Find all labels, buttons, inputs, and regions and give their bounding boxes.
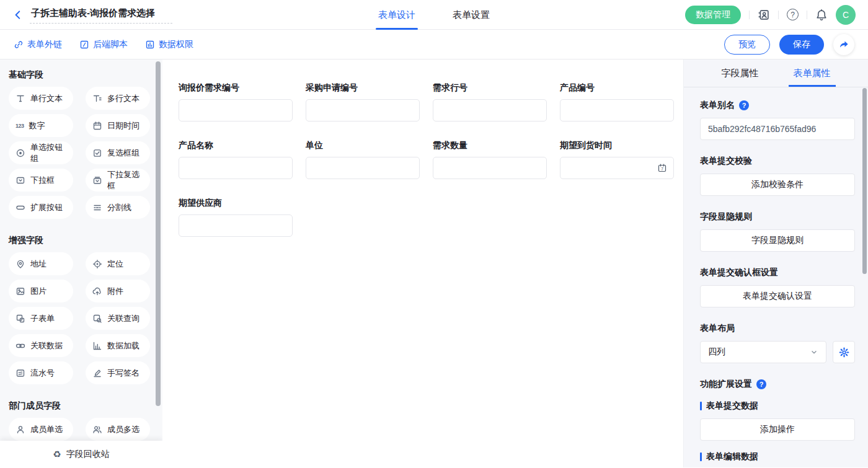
design-tabs: 表单设计 表单设置: [378, 0, 490, 30]
field-type-serial-number[interactable]: 流水号: [9, 361, 73, 384]
field-palette-sidebar: 基础字段 单行文本 多行文本 123 数字 日期时间: [0, 60, 162, 467]
field-type-datetime[interactable]: 日期时间: [86, 114, 150, 137]
help-badge-icon[interactable]: ?: [756, 379, 766, 389]
field-input[interactable]: [306, 99, 420, 121]
tab-field-properties[interactable]: 字段属性: [722, 60, 759, 87]
signature-icon: [92, 368, 102, 378]
field-type-signature[interactable]: 手写签名: [86, 361, 150, 384]
field-type-data-load[interactable]: 数据加载: [86, 334, 150, 357]
divider: [778, 11, 779, 19]
confirm-box-button[interactable]: 表单提交确认设置: [700, 285, 855, 307]
share-button[interactable]: [833, 34, 854, 55]
locate-icon: [92, 259, 102, 269]
notification-bell-icon[interactable]: [815, 9, 828, 21]
field-type-member-single[interactable]: 成员单选: [9, 418, 73, 441]
data-permission-link[interactable]: 数据权限: [145, 39, 193, 50]
field-type-select[interactable]: 下拉框: [9, 169, 73, 192]
address-icon: [16, 259, 25, 269]
top-bar: 子拆主辅助表-询报价需求选择 表单设计 表单设置 数据管理 ? C: [0, 0, 868, 30]
number-icon: 123: [16, 123, 24, 129]
field-type-locate[interactable]: 定位: [86, 252, 150, 275]
field-type-related-data[interactable]: 关联数据: [9, 334, 73, 357]
form-external-link[interactable]: 表单外链: [14, 39, 62, 50]
submit-validation-label: 表单提交校验: [700, 156, 855, 167]
tab-form-properties[interactable]: 表单属性: [794, 60, 831, 87]
field-recycle-bin[interactable]: ♻ 字段回收站: [0, 441, 162, 467]
form-title[interactable]: 子拆主辅助表-询报价需求选择: [30, 6, 172, 24]
field-input[interactable]: [179, 214, 293, 237]
tab-form-design[interactable]: 表单设计: [378, 0, 415, 30]
field-type-address[interactable]: 地址: [9, 252, 73, 275]
select-icon: [16, 175, 25, 185]
tab-form-settings[interactable]: 表单设置: [453, 0, 490, 30]
user-avatar[interactable]: C: [836, 5, 856, 25]
preview-button[interactable]: 预览: [724, 35, 770, 55]
panel-scrollbar[interactable]: [862, 88, 867, 274]
recycle-icon: ♻: [53, 449, 61, 460]
link-icon: [14, 40, 24, 50]
canvas-field-product-no[interactable]: 产品编号: [560, 82, 674, 121]
field-type-single-line-text[interactable]: 单行文本: [9, 87, 73, 110]
layout-select[interactable]: 四列: [700, 341, 826, 363]
field-type-checkbox-group[interactable]: 复选框组: [86, 141, 150, 164]
field-type-subform[interactable]: 子表单: [9, 307, 73, 330]
canvas-field-purchase-request-no[interactable]: 采购申请编号: [306, 82, 420, 121]
multi-select-icon: [92, 175, 102, 185]
add-validation-button[interactable]: 添加校验条件: [700, 174, 855, 196]
field-type-multi-line-text[interactable]: 多行文本: [86, 87, 150, 110]
edit-data-label: 表单编辑数据: [700, 451, 855, 462]
properties-panel: 字段属性 表单属性 表单别名 ? 表单提交校验 添加校验条件 字段显隐规则 字段…: [683, 60, 868, 467]
form-alias-input[interactable]: [700, 118, 855, 140]
svg-text:7: 7: [661, 167, 663, 171]
field-type-divider[interactable]: 分割线: [86, 196, 150, 219]
help-badge-icon[interactable]: ?: [739, 100, 749, 110]
field-input[interactable]: [433, 157, 547, 179]
canvas-field-expected-supplier[interactable]: 期望供应商: [179, 198, 293, 237]
back-button[interactable]: [12, 9, 24, 20]
section-title-member-fields: 部门成员字段: [9, 400, 150, 412]
visibility-rules-button[interactable]: 字段显隐规则: [700, 229, 855, 252]
field-input[interactable]: [179, 99, 293, 121]
canvas-field-unit[interactable]: 单位: [306, 140, 420, 179]
field-type-extend-button[interactable]: 扩展按钮: [9, 196, 73, 219]
data-manage-button[interactable]: 数据管理: [685, 6, 741, 24]
confirm-box-label: 表单提交确认框设置: [700, 267, 855, 278]
accent-bar: [700, 402, 702, 410]
datetime-icon: [92, 121, 102, 131]
data-permission-icon: [145, 40, 155, 50]
layout-settings-button[interactable]: [833, 341, 855, 363]
form-toolbar: 表单外链 后端脚本 数据权限 预览 保存: [0, 30, 868, 60]
field-type-related-query[interactable]: 关联查询: [86, 307, 150, 330]
field-input-date[interactable]: 7: [560, 157, 674, 179]
canvas-field-demand-qty[interactable]: 需求数量: [433, 140, 547, 179]
divider-icon: [92, 203, 102, 213]
field-input[interactable]: [179, 157, 293, 179]
submit-data-add-button[interactable]: 添加操作: [700, 418, 855, 441]
field-input[interactable]: [306, 157, 420, 179]
field-type-image[interactable]: 图片: [9, 280, 73, 302]
member-multi-icon: [92, 425, 102, 435]
field-type-radio-group[interactable]: 单选按钮组: [9, 141, 73, 164]
field-input[interactable]: [433, 99, 547, 121]
extension-settings-label: 功能扩展设置 ?: [700, 379, 855, 390]
chevron-down-icon: [810, 348, 818, 356]
sidebar-scrollbar[interactable]: [156, 61, 161, 406]
save-button[interactable]: 保存: [779, 35, 824, 55]
canvas-field-expected-arrival[interactable]: 期望到货时间 7: [560, 140, 674, 179]
field-input[interactable]: [560, 99, 674, 121]
field-type-attachment[interactable]: 附件: [86, 280, 150, 302]
attachment-icon: [92, 286, 102, 296]
address-book-icon[interactable]: [758, 9, 770, 21]
field-type-member-multi[interactable]: 成员多选: [86, 418, 150, 441]
form-alias-label: 表单别名 ?: [700, 100, 855, 111]
backend-script-link[interactable]: 后端脚本: [79, 39, 128, 50]
canvas-field-demand-line-no[interactable]: 需求行号: [433, 82, 547, 121]
subform-icon: [16, 314, 25, 324]
field-type-number[interactable]: 123 数字: [9, 114, 73, 137]
visibility-rules-label: 字段显隐规则: [700, 211, 855, 223]
canvas-field-inquiry-no[interactable]: 询报价需求编号: [179, 82, 293, 121]
field-type-multi-select[interactable]: 下拉复选框: [86, 169, 150, 192]
help-icon[interactable]: ?: [787, 9, 799, 20]
canvas-field-product-name[interactable]: 产品名称: [179, 140, 293, 179]
checkbox-group-icon: [92, 148, 102, 158]
